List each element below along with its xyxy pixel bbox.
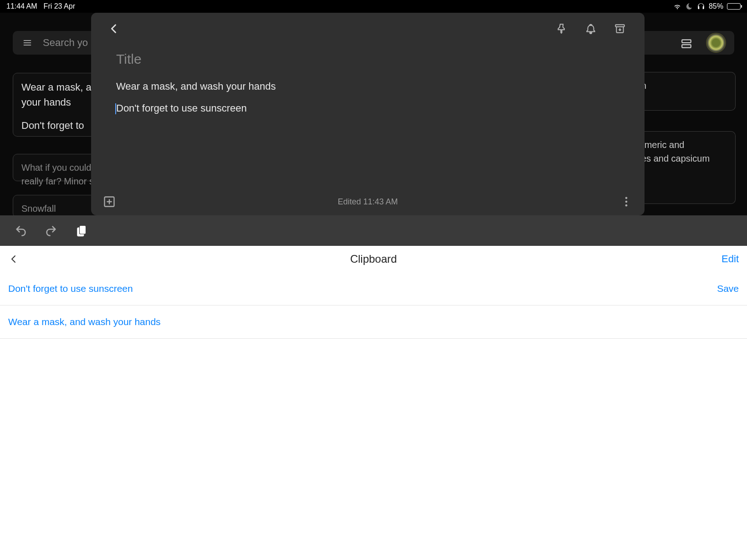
svg-rect-0 bbox=[682, 40, 691, 43]
bg-note-card-2[interactable]: rmeric and es and capsicum bbox=[633, 131, 736, 204]
card-text: Snowfall bbox=[21, 204, 56, 214]
note-text-line[interactable]: Wear a mask, and wash your hands bbox=[116, 81, 619, 92]
svg-rect-8 bbox=[80, 225, 86, 234]
note-title-input[interactable]: Title bbox=[116, 51, 619, 67]
clipboard-item-text[interactable]: Don't forget to use sunscreen bbox=[8, 283, 717, 294]
clipboard-back-button[interactable] bbox=[8, 254, 19, 265]
avatar[interactable] bbox=[706, 33, 726, 53]
clipboard-item[interactable]: Wear a mask, and wash your hands bbox=[0, 305, 747, 339]
wifi-icon bbox=[673, 2, 681, 10]
redo-button[interactable] bbox=[43, 223, 59, 239]
card-text: rmeric and bbox=[641, 138, 727, 152]
status-bar: 11:44 AM Fri 23 Apr 85% bbox=[0, 0, 747, 13]
note-text-line[interactable]: Don't forget to use sunscreen bbox=[116, 102, 619, 114]
undo-button[interactable] bbox=[13, 223, 29, 239]
status-time: 11:44 AM bbox=[6, 2, 37, 10]
note-body[interactable]: Title Wear a mask, and wash your hands D… bbox=[91, 45, 645, 114]
clipboard-title: Clipboard bbox=[350, 253, 397, 265]
clipboard-header: Clipboard Edit bbox=[0, 246, 747, 272]
bg-note-card-4[interactable]: Snowfall bbox=[13, 195, 104, 218]
add-button[interactable] bbox=[103, 195, 116, 208]
archive-button[interactable] bbox=[609, 18, 631, 40]
clipboard-panel: Clipboard Edit Don't forget to use sunsc… bbox=[0, 246, 747, 560]
view-toggle-button[interactable] bbox=[677, 35, 696, 53]
editor-toolbar bbox=[0, 215, 747, 246]
clipboard-item-text[interactable]: Wear a mask, and wash your hands bbox=[8, 316, 739, 327]
svg-rect-2 bbox=[615, 25, 624, 26]
moon-icon bbox=[685, 2, 693, 10]
svg-point-6 bbox=[625, 204, 628, 207]
svg-point-5 bbox=[625, 201, 628, 203]
card-text: n bbox=[641, 79, 727, 92]
card-text: es and capsicum bbox=[641, 152, 727, 165]
note-editor: Title Wear a mask, and wash your hands D… bbox=[91, 13, 645, 215]
pin-button[interactable] bbox=[551, 18, 573, 40]
clipboard-save-button[interactable]: Save bbox=[717, 283, 739, 294]
bg-note-card-5[interactable]: n bbox=[633, 72, 736, 111]
reminder-button[interactable] bbox=[580, 18, 602, 40]
svg-rect-1 bbox=[682, 45, 691, 48]
back-button[interactable] bbox=[105, 20, 123, 38]
more-menu-button[interactable] bbox=[620, 195, 633, 208]
note-footer: Edited 11:43 AM bbox=[91, 188, 645, 215]
battery-pct: 85% bbox=[709, 2, 723, 10]
edited-timestamp: Edited 11:43 AM bbox=[338, 197, 398, 207]
svg-point-4 bbox=[625, 197, 628, 199]
headphones-icon bbox=[697, 2, 705, 10]
hamburger-icon[interactable] bbox=[21, 38, 34, 47]
note-header bbox=[91, 13, 645, 45]
clipboard-item[interactable]: Don't forget to use sunscreen Save bbox=[0, 272, 747, 305]
clipboard-edit-button[interactable]: Edit bbox=[721, 253, 739, 265]
clipboard-button[interactable] bbox=[73, 223, 89, 239]
status-date: Fri 23 Apr bbox=[44, 2, 75, 10]
battery-icon bbox=[727, 3, 741, 10]
search-placeholder: Search yo bbox=[43, 37, 88, 49]
